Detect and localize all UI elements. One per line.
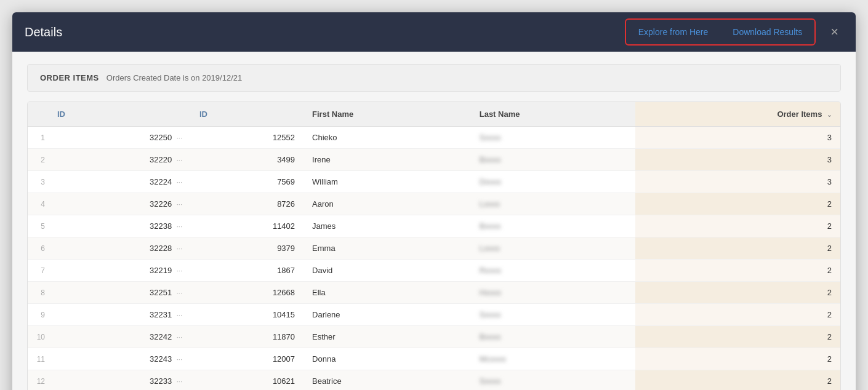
table-row: 1032242 ···11870EstherBxxxx2 [28, 326, 840, 348]
col-header-lastname: Last Name [471, 102, 636, 127]
cell-rownum: 1 [28, 127, 49, 149]
cell-firstname: William [303, 171, 471, 193]
cell-lastname: Mcxxxx [471, 348, 636, 370]
cell-id2: 11402 [191, 215, 303, 237]
cell-id1: 32231 ··· [49, 304, 191, 326]
cell-rownum: 9 [28, 304, 49, 326]
col-header-id1: ID [49, 102, 191, 127]
cell-lastname: Sxxxx [471, 370, 636, 391]
cell-id1: 32243 ··· [49, 348, 191, 370]
blurred-lastname: Rxxxx [480, 266, 501, 275]
cell-lastname: Hxxxx [471, 282, 636, 304]
table-row: 632228 ···9379EmmaLxxxx2 [28, 237, 840, 260]
cell-id2: 12007 [191, 348, 303, 370]
blurred-lastname: Bxxxx [480, 155, 501, 164]
col-header-orderitems[interactable]: Order Items ⌄ [635, 102, 840, 127]
sort-icon: ⌄ [827, 111, 832, 118]
section-header: ORDER ITEMS Orders Created Date is on 20… [27, 64, 841, 92]
ellipsis-icon[interactable]: ··· [177, 289, 182, 296]
col-header-firstname: First Name [303, 102, 471, 127]
cell-rownum: 7 [28, 260, 49, 282]
header-actions-group: Explore from Here Download Results [625, 18, 816, 46]
ellipsis-icon[interactable]: ··· [177, 333, 182, 341]
cell-id1: 32233 ··· [49, 370, 191, 391]
cell-orderitems: 2 [635, 348, 840, 370]
cell-firstname: Irene [303, 149, 471, 171]
cell-rownum: 11 [28, 348, 49, 370]
cell-lastname: Dxxxx [471, 171, 636, 193]
cell-firstname: Aaron [303, 193, 471, 215]
table-row: 932231 ···10415DarleneSxxxx2 [28, 304, 840, 326]
blurred-lastname: Bxxxx [480, 221, 501, 231]
details-modal: Details Explore from Here Download Resul… [12, 12, 856, 390]
ellipsis-icon[interactable]: ··· [177, 378, 182, 385]
cell-id1: 32219 ··· [49, 260, 191, 282]
cell-orderitems: 3 [635, 171, 840, 193]
cell-id2: 9379 [191, 237, 303, 260]
cell-id2: 10415 [191, 304, 303, 326]
col-header-id2: ID [191, 102, 303, 127]
cell-id1: 32224 ··· [49, 171, 191, 193]
ellipsis-icon[interactable]: ··· [177, 156, 182, 164]
blurred-lastname: Mcxxxx [480, 354, 506, 364]
cell-orderitems: 2 [635, 304, 840, 326]
cell-id2: 3499 [191, 149, 303, 171]
cell-lastname: Bxxxx [471, 326, 636, 348]
cell-rownum: 2 [28, 149, 49, 171]
cell-id1: 32250 ··· [49, 127, 191, 149]
cell-firstname: Beatrice [303, 370, 471, 391]
ellipsis-icon[interactable]: ··· [177, 223, 182, 230]
ellipsis-icon[interactable]: ··· [177, 245, 182, 252]
cell-lastname: Bxxxx [471, 149, 636, 171]
cell-id1: 32242 ··· [49, 326, 191, 348]
ellipsis-icon[interactable]: ··· [177, 201, 182, 208]
blurred-lastname: Bxxxx [480, 332, 501, 341]
cell-rownum: 6 [28, 237, 49, 260]
close-button[interactable]: × [826, 22, 843, 42]
cell-orderitems: 2 [635, 215, 840, 237]
cell-id2: 1867 [191, 260, 303, 282]
table-row: 832251 ···12668EllaHxxxx2 [28, 282, 840, 304]
cell-firstname: James [303, 215, 471, 237]
cell-id2: 10621 [191, 370, 303, 391]
table-row: 732219 ···1867DavidRxxxx2 [28, 260, 840, 282]
ellipsis-icon[interactable]: ··· [177, 178, 182, 186]
table-row: 332224 ···7569WilliamDxxxx3 [28, 171, 840, 193]
ellipsis-icon[interactable]: ··· [177, 267, 182, 274]
cell-firstname: Chieko [303, 127, 471, 149]
section-filter: Orders Created Date is on 2019/12/21 [106, 73, 242, 82]
table-header-row: ID ID First Name Last Name Order Items ⌄ [28, 102, 840, 127]
cell-orderitems: 2 [635, 193, 840, 215]
cell-orderitems: 3 [635, 127, 840, 149]
cell-firstname: Darlene [303, 304, 471, 326]
explore-from-here-button[interactable]: Explore from Here [629, 22, 718, 42]
cell-id1: 32251 ··· [49, 282, 191, 304]
cell-orderitems: 2 [635, 282, 840, 304]
cell-id2: 12668 [191, 282, 303, 304]
ellipsis-icon[interactable]: ··· [177, 134, 182, 141]
download-results-button[interactable]: Download Results [723, 22, 812, 42]
blurred-lastname: Sxxxx [480, 133, 501, 142]
table-row: 232220 ···3499IreneBxxxx3 [28, 149, 840, 171]
cell-id1: 32220 ··· [49, 149, 191, 171]
table-row: 432226 ···8726AaronLxxxx2 [28, 193, 840, 215]
cell-lastname: Bxxxx [471, 215, 636, 237]
cell-orderitems: 2 [635, 237, 840, 260]
blurred-lastname: Sxxxx [480, 310, 501, 319]
modal-title: Details [25, 25, 62, 39]
ellipsis-icon[interactable]: ··· [177, 356, 182, 363]
table-row: 1232233 ···10621BeatriceSxxxx2 [28, 370, 840, 391]
cell-id2: 11870 [191, 326, 303, 348]
cell-lastname: Lxxxx [471, 193, 636, 215]
modal-body: ORDER ITEMS Orders Created Date is on 20… [12, 52, 856, 390]
col-header-rownum [28, 102, 49, 127]
blurred-lastname: Hxxxx [480, 288, 501, 297]
cell-lastname: Sxxxx [471, 304, 636, 326]
cell-id2: 8726 [191, 193, 303, 215]
section-label: ORDER ITEMS [40, 73, 99, 82]
blurred-lastname: Dxxxx [480, 177, 501, 186]
cell-orderitems: 2 [635, 370, 840, 391]
ellipsis-icon[interactable]: ··· [177, 311, 182, 319]
cell-id2: 7569 [191, 171, 303, 193]
blurred-lastname: Lxxxx [480, 199, 500, 209]
